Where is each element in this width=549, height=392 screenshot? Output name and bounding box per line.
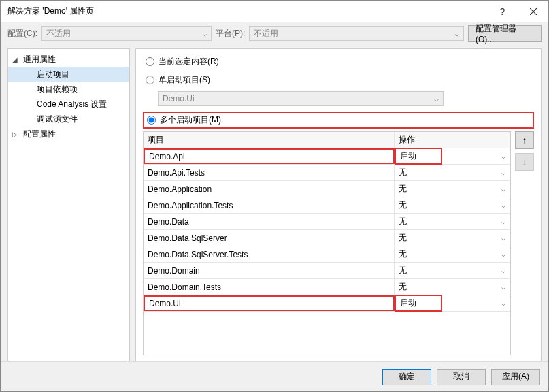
table-row[interactable]: Demo.Api.Tests无⌵ <box>144 165 510 181</box>
help-button[interactable]: ? <box>487 1 518 22</box>
cell-project[interactable]: Demo.Api <box>144 148 395 164</box>
dialog-footer: 确定 取消 应用(A) <box>1 361 548 391</box>
col-header-project[interactable]: 项目 <box>144 132 395 148</box>
chevron-down-icon: ⌵ <box>501 283 505 291</box>
radio-input-multi[interactable] <box>147 116 156 125</box>
close-icon <box>530 8 537 15</box>
tree-item-code-analysis[interactable]: Code Analysis 设置 <box>8 97 129 112</box>
cell-action-combo[interactable]: 无⌵ <box>395 279 510 295</box>
platform-label: 平台(P): <box>216 28 245 39</box>
config-label: 配置(C): <box>7 28 37 39</box>
expand-collapse-icon[interactable]: ▷ <box>12 129 18 141</box>
cell-action-combo[interactable]: 无⌵ <box>395 246 510 262</box>
cell-project[interactable]: Demo.Application.Tests <box>144 197 395 213</box>
chevron-down-icon: ⌵ <box>203 30 207 37</box>
config-bar: 配置(C): 不适用 ⌵ 平台(P): 不适用 ⌵ 配置管理器(O)... <box>1 22 548 44</box>
tree-item-deps[interactable]: 项目依赖项 <box>8 82 129 97</box>
cell-action-combo[interactable]: 无⌵ <box>395 263 510 278</box>
chevron-down-icon: ⌵ <box>501 267 505 274</box>
table-row[interactable]: Demo.Domain.Tests无⌵ <box>144 279 510 295</box>
arrow-up-icon: ↑ <box>522 135 527 146</box>
cell-project[interactable]: Demo.Application <box>144 181 395 197</box>
chevron-down-icon: ⌵ <box>501 201 505 209</box>
move-down-button[interactable]: ↓ <box>515 153 534 171</box>
tree-item-debug-src[interactable]: 调试源文件 <box>8 112 129 127</box>
radio-single-project[interactable]: 单启动项目(S) <box>143 73 534 87</box>
col-header-action[interactable]: 操作 <box>395 132 510 148</box>
arrow-down-icon: ↓ <box>522 157 527 167</box>
table-row[interactable]: Demo.Application.Tests无⌵ <box>144 197 510 214</box>
chevron-down-icon: ⌵ <box>501 299 505 307</box>
expand-collapse-icon[interactable]: ◢ <box>12 54 18 66</box>
cell-action-combo[interactable]: 无⌵ <box>395 230 510 246</box>
content-panel: 当前选定内容(R) 单启动项目(S) Demo.Ui ⌵ 多个启动项目(M): … <box>135 48 542 361</box>
radio-multiple-projects[interactable]: 多个启动项目(M): <box>143 112 534 129</box>
table-row[interactable]: Demo.Api启动⌵ <box>144 148 510 165</box>
chevron-down-icon: ⌵ <box>455 30 459 37</box>
cell-project[interactable]: Demo.Domain.Tests <box>144 279 395 295</box>
window-title: 解决方案 'Demo' 属性页 <box>7 5 487 17</box>
close-button[interactable] <box>518 1 548 22</box>
chevron-down-icon: ⌵ <box>501 185 505 193</box>
cancel-button[interactable]: 取消 <box>437 369 486 385</box>
cell-project[interactable]: Demo.Data <box>144 214 395 229</box>
cell-action-combo[interactable]: 无⌵ <box>395 197 510 213</box>
cell-action-combo[interactable]: 无⌵ <box>395 181 510 197</box>
apply-button[interactable]: 应用(A) <box>491 369 540 385</box>
tree-nav[interactable]: ◢ 通用属性 启动项目 项目依赖项 Code Analysis 设置 调试源文件… <box>7 48 130 361</box>
chevron-down-icon: ⌵ <box>434 94 439 103</box>
cell-action-combo[interactable]: 无⌵ <box>395 214 510 229</box>
cell-project[interactable]: Demo.Api.Tests <box>144 165 395 180</box>
tree-item-config-props[interactable]: ▷ 配置属性 <box>8 127 129 142</box>
chevron-down-icon: ⌵ <box>501 152 505 160</box>
cell-project[interactable]: Demo.Domain <box>144 263 395 278</box>
tree-item-common[interactable]: ◢ 通用属性 <box>8 52 129 67</box>
chevron-down-icon: ⌵ <box>501 234 505 242</box>
single-project-combo: Demo.Ui ⌵ <box>158 91 444 106</box>
reorder-buttons: ↑ ↓ <box>515 131 534 355</box>
chevron-down-icon: ⌵ <box>501 218 505 225</box>
radio-current-selection[interactable]: 当前选定内容(R) <box>143 54 534 69</box>
table-row[interactable]: Demo.Application无⌵ <box>144 181 510 197</box>
tree-item-startup[interactable]: 启动项目 <box>8 67 129 82</box>
titlebar: 解决方案 'Demo' 属性页 ? <box>1 1 548 22</box>
table-row[interactable]: Demo.Domain无⌵ <box>144 263 510 279</box>
platform-combo: 不适用 ⌵ <box>249 26 464 41</box>
cell-project[interactable]: Demo.Data.SqlServer <box>144 230 395 246</box>
table-body: Demo.Api启动⌵Demo.Api.Tests无⌵Demo.Applicat… <box>144 148 510 312</box>
ok-button[interactable]: 确定 <box>382 369 431 385</box>
cell-action-combo[interactable]: 启动⌵ <box>395 295 510 311</box>
cell-action-combo[interactable]: 启动⌵ <box>395 148 510 164</box>
table-row[interactable]: Demo.Data.SqlServer无⌵ <box>144 230 510 246</box>
chevron-down-icon: ⌵ <box>501 250 505 258</box>
projects-table-wrap: 项目 操作 Demo.Api启动⌵Demo.Api.Tests无⌵Demo.Ap… <box>143 131 534 355</box>
radio-input-single[interactable] <box>146 76 154 84</box>
table-header: 项目 操作 <box>144 132 510 148</box>
table-row[interactable]: Demo.Data.SqlServer.Tests无⌵ <box>144 246 510 263</box>
dialog-window: 解决方案 'Demo' 属性页 ? 配置(C): 不适用 ⌵ 平台(P): 不适… <box>0 0 549 392</box>
cell-project[interactable]: Demo.Ui <box>144 295 395 311</box>
cell-action-combo[interactable]: 无⌵ <box>395 165 510 180</box>
move-up-button[interactable]: ↑ <box>515 131 534 149</box>
config-manager-button[interactable]: 配置管理器(O)... <box>468 25 542 42</box>
projects-table[interactable]: 项目 操作 Demo.Api启动⌵Demo.Api.Tests无⌵Demo.Ap… <box>143 131 511 355</box>
table-row[interactable]: Demo.Ui启动⌵ <box>144 295 510 312</box>
config-combo: 不适用 ⌵ <box>41 26 212 41</box>
cell-project[interactable]: Demo.Data.SqlServer.Tests <box>144 246 395 262</box>
chevron-down-icon: ⌵ <box>501 169 505 176</box>
body: ◢ 通用属性 启动项目 项目依赖项 Code Analysis 设置 调试源文件… <box>1 44 548 361</box>
radio-input-current[interactable] <box>146 57 154 66</box>
table-row[interactable]: Demo.Data无⌵ <box>144 214 510 230</box>
